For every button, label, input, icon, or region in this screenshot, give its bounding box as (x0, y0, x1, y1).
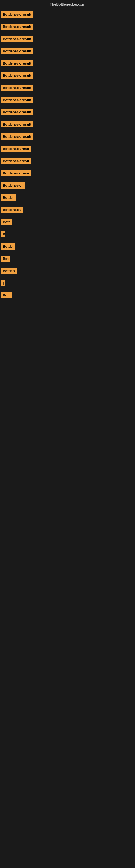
bottleneck-bar-4[interactable]: Bottleneck result (1, 60, 33, 66)
bottleneck-bar-22[interactable]: | (1, 280, 5, 286)
rows-container: Bottleneck resultBottleneck resultBottle… (0, 8, 135, 301)
bottleneck-bar-8[interactable]: Bottleneck result (1, 109, 33, 115)
site-title-container: TheBottlenecker.com (0, 0, 135, 8)
bottleneck-row: Bottleneck result (0, 118, 135, 130)
bottleneck-bar-2[interactable]: Bottleneck result (1, 36, 33, 42)
bottleneck-bar-5[interactable]: Bottleneck result (1, 72, 33, 79)
bottleneck-row: Bottleneck resu (0, 142, 135, 154)
bottleneck-bar-3[interactable]: Bottleneck result (1, 48, 33, 54)
bottleneck-row: Bottleneck result (0, 44, 135, 56)
bottleneck-bar-12[interactable]: Bottleneck resu (1, 158, 31, 164)
bottleneck-bar-14[interactable]: Bottleneck r (1, 182, 25, 188)
bottleneck-bar-11[interactable]: Bottleneck resu (1, 146, 31, 152)
bottleneck-bar-23[interactable]: Bott (1, 292, 12, 299)
bottleneck-row: Bottleneck (0, 203, 135, 215)
bottleneck-bar-16[interactable]: Bottleneck (1, 207, 23, 213)
bottleneck-row: Bottle (0, 240, 135, 252)
bottleneck-bar-17[interactable]: Bott (1, 219, 12, 225)
bottleneck-row: Bottler (0, 191, 135, 203)
bottleneck-row: Bottleneck result (0, 56, 135, 69)
bottleneck-bar-20[interactable]: Bot (1, 255, 10, 262)
bottleneck-bar-21[interactable]: Bottlen (1, 268, 17, 274)
bottleneck-bar-6[interactable]: Bottleneck result (1, 85, 33, 91)
bottleneck-bar-18[interactable]: B (1, 231, 5, 237)
bottleneck-row: Bottleneck result (0, 8, 135, 20)
bottleneck-row: Bottlen (0, 264, 135, 276)
bottleneck-bar-19[interactable]: Bottle (1, 243, 14, 250)
bottleneck-row: Bottleneck result (0, 69, 135, 81)
bottleneck-row: Bottleneck r (0, 179, 135, 191)
bottleneck-row: Bottleneck result (0, 20, 135, 32)
bottleneck-row: Bottleneck resu (0, 166, 135, 179)
bottleneck-row: Bottleneck result (0, 105, 135, 118)
bottleneck-row: Bottleneck result (0, 81, 135, 93)
bottleneck-bar-10[interactable]: Bottleneck result (1, 133, 33, 140)
bottleneck-row: Bottleneck result (0, 93, 135, 105)
bottleneck-bar-7[interactable]: Bottleneck result (1, 97, 33, 103)
bottleneck-bar-9[interactable]: Bottleneck result (1, 121, 33, 127)
bottleneck-row: | (0, 276, 135, 288)
bottleneck-bar-15[interactable]: Bottler (1, 194, 16, 201)
bottleneck-row: Bottleneck resu (0, 154, 135, 166)
bottleneck-bar-13[interactable]: Bottleneck resu (1, 170, 31, 176)
bottleneck-row: Bottleneck result (0, 32, 135, 44)
bottleneck-row: Bott (0, 288, 135, 301)
site-title: TheBottlenecker.com (0, 0, 135, 8)
bottleneck-bar-1[interactable]: Bottleneck result (1, 24, 33, 30)
bottleneck-row: Bott (0, 215, 135, 227)
bottleneck-row: Bottleneck result (0, 130, 135, 142)
bottleneck-bar-0[interactable]: Bottleneck result (1, 11, 33, 18)
bottleneck-row: Bot (0, 252, 135, 264)
bottleneck-row: B (0, 227, 135, 240)
